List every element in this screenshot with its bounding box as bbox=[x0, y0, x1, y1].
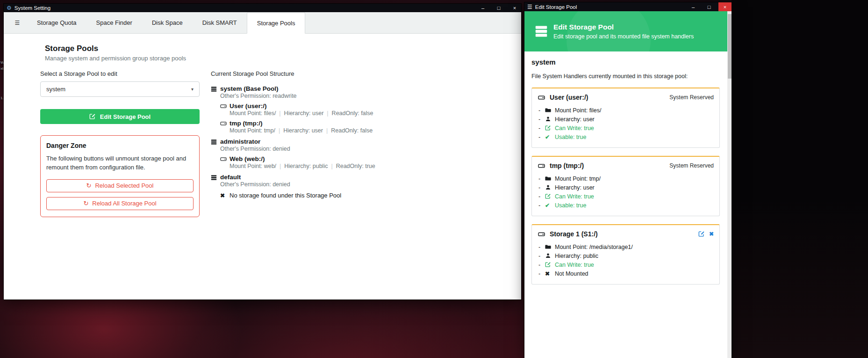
edit-titlebar[interactable]: ☰ Edit Storage Pool – □ × bbox=[524, 2, 732, 11]
handler-row-hierarchy: - Hierarchy: public bbox=[538, 251, 714, 260]
edit-icon bbox=[545, 262, 555, 268]
pool-permission: Other's Permission: denied bbox=[220, 181, 290, 188]
reload-all-label: Reload All Storage Pool bbox=[92, 200, 156, 207]
main-window-title: System Setting bbox=[14, 5, 50, 11]
tree-heading: Current Storage Pool Structure bbox=[211, 70, 501, 77]
handler-row-usable: - ✔ Usable: true bbox=[538, 132, 714, 141]
check-icon: ✔ bbox=[545, 202, 555, 209]
storage-name: tmp (tmp:/) bbox=[230, 120, 373, 127]
server-icon bbox=[211, 85, 220, 99]
storage-pools-page: Storage Pools Manage system and permissi… bbox=[4, 34, 521, 299]
reload-all-pool-button[interactable]: ↻ Reload All Storage Pool bbox=[46, 197, 194, 210]
storage-name: Web (web:/) bbox=[230, 155, 375, 162]
pool-name: administrator bbox=[220, 138, 290, 145]
storage-name: User (user:/) bbox=[230, 102, 373, 110]
handler-row-mount: - Mount Point: /media/storage1/ bbox=[538, 242, 714, 251]
scrollbar[interactable] bbox=[727, 11, 732, 358]
tab-storage-pools[interactable]: Storage Pools bbox=[247, 12, 306, 34]
server-icon bbox=[211, 174, 220, 188]
handler-row-notmounted: - ✖ Not Mounted bbox=[538, 269, 714, 278]
reload-selected-pool-button[interactable]: ↻ Reload Selected Pool bbox=[46, 179, 194, 192]
edit-pool-body: system File System Handlers currently mo… bbox=[524, 58, 727, 285]
pool-permission: Other's Permission: readwrite bbox=[220, 93, 297, 99]
tab-disk-space[interactable]: Disk Space bbox=[142, 12, 193, 33]
storage-details: Mount Point: files/|Hierarchy: user|Read… bbox=[230, 110, 373, 117]
hamburger-menu-button[interactable]: ☰ bbox=[7, 12, 27, 33]
handler-title: tmp (tmp:/) bbox=[550, 162, 584, 169]
chevron-down-icon: ▾ bbox=[191, 87, 194, 92]
unmount-handler-button[interactable]: ✖ bbox=[709, 231, 714, 237]
scrollbar-thumb[interactable] bbox=[728, 14, 732, 79]
storage-item-web: Web (web:/) Mount Point: web/|Hierarchy:… bbox=[220, 155, 501, 169]
hdd-icon bbox=[220, 120, 230, 134]
minimize-button[interactable]: – bbox=[476, 4, 489, 12]
hdd-icon bbox=[538, 162, 545, 169]
hdd-icon bbox=[538, 231, 545, 238]
close-button[interactable]: × bbox=[718, 2, 732, 11]
system-setting-window: ⚙ System Setting – □ × ☰ Storage Quota S… bbox=[4, 4, 521, 300]
pool-item-system: system (Base Pool) Other's Permission: r… bbox=[211, 85, 501, 134]
hdd-icon bbox=[538, 94, 545, 101]
user-icon bbox=[545, 253, 555, 259]
tab-bar: ☰ Storage Quota Space Finder Disk Space … bbox=[4, 12, 521, 34]
pool-edit-panel: Select a Storage Pool to edit system ▾ E… bbox=[40, 70, 200, 217]
page-subtitle: Manage system and permission group stora… bbox=[45, 55, 186, 62]
pool-permission: Other's Permission: denied bbox=[220, 146, 290, 152]
edit-icon bbox=[545, 125, 555, 131]
edit-pool-header: Edit Storage Pool Edit storage pool and … bbox=[524, 11, 727, 51]
handler-card-tmp: tmp (tmp:/) System Reserved - Mount Poin… bbox=[531, 156, 720, 216]
storage-item-tmp: tmp (tmp:/) Mount Point: tmp/|Hierarchy:… bbox=[220, 120, 501, 134]
pool-name: default bbox=[220, 174, 290, 181]
x-icon: ✖ bbox=[545, 270, 555, 277]
maximize-button[interactable]: □ bbox=[703, 2, 716, 11]
edit-handler-button[interactable] bbox=[698, 231, 705, 237]
user-icon bbox=[545, 116, 555, 122]
handler-row-canwrite: - Can Write: true bbox=[538, 260, 714, 269]
storage-item-user: User (user:/) Mount Point: files/|Hierar… bbox=[220, 102, 501, 117]
handler-row-hierarchy: - Hierarchy: user bbox=[538, 183, 714, 192]
edit-window-title: Edit Storage Pool bbox=[535, 4, 577, 10]
edit-icon bbox=[89, 113, 96, 120]
folder-icon bbox=[545, 244, 555, 250]
storage-pool-icon bbox=[535, 25, 548, 38]
minimize-button[interactable]: – bbox=[687, 2, 700, 11]
edit-pool-description: File System Handlers currently mounted i… bbox=[531, 73, 720, 80]
maximize-button[interactable]: □ bbox=[492, 4, 505, 12]
pool-select[interactable]: system ▾ bbox=[40, 81, 200, 97]
desktop-icon-label-fragment: 1. bbox=[0, 96, 4, 100]
header-watermark bbox=[567, 11, 651, 51]
main-titlebar[interactable]: ⚙ System Setting – □ × bbox=[4, 4, 521, 12]
handler-card-user: User (user:/) System Reserved - Mount Po… bbox=[531, 88, 720, 148]
handler-row-canwrite: - Can Write: true bbox=[538, 124, 714, 132]
tab-space-finder[interactable]: Space Finder bbox=[86, 12, 142, 33]
pool-select-value: system bbox=[46, 86, 65, 93]
system-reserved-badge: System Reserved bbox=[669, 162, 714, 169]
handler-row-usable: - ✔ Usable: true bbox=[538, 201, 714, 210]
storage-details: Mount Point: tmp/|Hierarchy: user|ReadOn… bbox=[230, 127, 373, 134]
pool-item-administrator: administrator Other's Permission: denied… bbox=[211, 138, 501, 169]
folder-icon bbox=[545, 175, 555, 182]
reload-selected-label: Reload Selected Pool bbox=[95, 182, 153, 189]
desktop-right-area bbox=[732, 0, 868, 358]
handler-row-mount: - Mount Point: files/ bbox=[538, 106, 714, 115]
handler-row-canwrite: - Can Write: true bbox=[538, 192, 714, 201]
danger-zone-text: The following buttons will unmount stora… bbox=[46, 154, 194, 172]
x-icon: ✖ bbox=[220, 192, 230, 199]
edit-icon bbox=[545, 193, 555, 199]
empty-pool-notice: ✖ No storage found under this Storage Po… bbox=[220, 192, 501, 199]
menu-icon: ☰ bbox=[527, 4, 532, 10]
danger-zone-title: Danger Zone bbox=[46, 142, 194, 149]
edit-storage-pool-label: Edit Storage Pool bbox=[100, 113, 151, 120]
edit-storage-pool-button[interactable]: Edit Storage Pool bbox=[40, 109, 200, 124]
tab-disk-smart[interactable]: Disk SMART bbox=[193, 12, 247, 33]
menu-icon: ☰ bbox=[15, 20, 20, 26]
handler-row-hierarchy: - Hierarchy: user bbox=[538, 115, 714, 124]
pool-structure-panel: Current Storage Pool Structure system (B… bbox=[211, 70, 501, 203]
close-button[interactable]: × bbox=[508, 4, 521, 12]
handler-title: Storage 1 (S1:/) bbox=[550, 230, 598, 238]
hdd-icon bbox=[220, 102, 230, 117]
edit-pool-name: system bbox=[531, 58, 720, 66]
folder-icon bbox=[545, 107, 555, 113]
danger-zone-card: Danger Zone The following buttons will u… bbox=[40, 135, 200, 217]
tab-storage-quota[interactable]: Storage Quota bbox=[27, 12, 86, 33]
